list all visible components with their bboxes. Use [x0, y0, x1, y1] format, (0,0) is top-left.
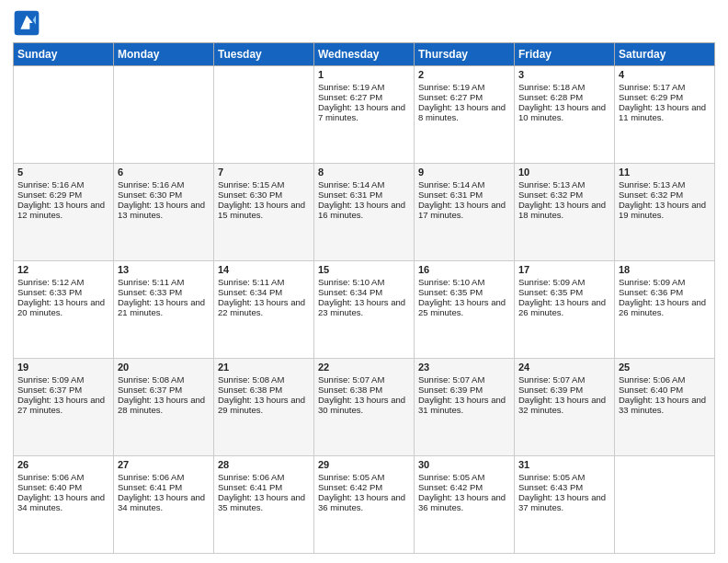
day-number: 19	[17, 362, 109, 373]
calendar-body: 1Sunrise: 5:19 AMSunset: 6:27 PMDaylight…	[14, 66, 715, 554]
logo	[13, 9, 44, 37]
day-info-line: Sunrise: 5:13 AM	[518, 179, 610, 190]
day-info-line: Sunrise: 5:06 AM	[118, 472, 210, 482]
day-info-line: Daylight: 13 hours and 29 minutes.	[218, 395, 310, 415]
day-number: 13	[118, 264, 210, 275]
day-info-line: Daylight: 13 hours and 26 minutes.	[619, 297, 711, 317]
day-number: 22	[318, 362, 410, 373]
day-cell: 10Sunrise: 5:13 AMSunset: 6:32 PMDayligh…	[515, 164, 615, 261]
day-info-line: Daylight: 13 hours and 8 minutes.	[418, 102, 510, 122]
logo-icon	[13, 9, 40, 37]
day-cell: 1Sunrise: 5:19 AMSunset: 6:27 PMDaylight…	[314, 66, 415, 164]
day-info-line: Sunrise: 5:06 AM	[17, 472, 109, 482]
day-number: 24	[518, 362, 610, 373]
day-info-line: Daylight: 13 hours and 21 minutes.	[118, 297, 210, 317]
day-info-line: Sunset: 6:29 PM	[619, 92, 711, 102]
day-info-line: Sunset: 6:31 PM	[418, 190, 510, 200]
day-cell	[14, 66, 114, 164]
day-info-line: Daylight: 13 hours and 13 minutes.	[118, 200, 210, 220]
day-number: 25	[619, 362, 711, 373]
day-cell: 6Sunrise: 5:16 AMSunset: 6:30 PMDaylight…	[114, 164, 214, 261]
day-info-line: Sunrise: 5:14 AM	[418, 179, 510, 190]
day-cell: 31Sunrise: 5:05 AMSunset: 6:43 PMDayligh…	[515, 456, 615, 554]
day-info-line: Sunrise: 5:06 AM	[218, 472, 310, 482]
day-info-line: Sunrise: 5:06 AM	[619, 374, 711, 385]
day-number: 17	[518, 264, 610, 275]
day-number: 28	[218, 459, 310, 470]
day-info-line: Sunrise: 5:10 AM	[318, 277, 410, 287]
day-info-line: Daylight: 13 hours and 31 minutes.	[418, 395, 510, 415]
calendar-table: SundayMondayTuesdayWednesdayThursdayFrid…	[13, 42, 715, 554]
header-row: SundayMondayTuesdayWednesdayThursdayFrid…	[14, 43, 715, 66]
day-info-line: Sunrise: 5:17 AM	[619, 82, 711, 92]
header-day: Saturday	[615, 43, 715, 66]
day-info-line: Sunrise: 5:11 AM	[118, 277, 210, 287]
day-info-line: Daylight: 13 hours and 28 minutes.	[118, 395, 210, 415]
week-row: 19Sunrise: 5:09 AMSunset: 6:37 PMDayligh…	[14, 359, 715, 456]
day-info-line: Daylight: 13 hours and 22 minutes.	[218, 297, 310, 317]
day-number: 21	[218, 362, 310, 373]
day-cell: 22Sunrise: 5:07 AMSunset: 6:38 PMDayligh…	[314, 359, 415, 456]
day-cell: 11Sunrise: 5:13 AMSunset: 6:32 PMDayligh…	[615, 164, 715, 261]
day-info-line: Daylight: 13 hours and 15 minutes.	[218, 200, 310, 220]
day-cell: 16Sunrise: 5:10 AMSunset: 6:35 PMDayligh…	[415, 261, 515, 359]
day-info-line: Sunset: 6:39 PM	[418, 385, 510, 395]
day-number: 2	[418, 69, 510, 80]
day-cell: 23Sunrise: 5:07 AMSunset: 6:39 PMDayligh…	[415, 359, 515, 456]
day-info-line: Daylight: 13 hours and 33 minutes.	[619, 395, 711, 415]
day-cell: 30Sunrise: 5:05 AMSunset: 6:42 PMDayligh…	[415, 456, 515, 554]
day-info-line: Daylight: 13 hours and 36 minutes.	[418, 492, 510, 512]
day-info-line: Daylight: 13 hours and 17 minutes.	[418, 200, 510, 220]
day-info-line: Sunrise: 5:09 AM	[518, 277, 610, 287]
day-info-line: Sunset: 6:38 PM	[218, 385, 310, 395]
day-info-line: Daylight: 13 hours and 25 minutes.	[418, 297, 510, 317]
day-info-line: Daylight: 13 hours and 16 minutes.	[318, 200, 410, 220]
day-cell: 21Sunrise: 5:08 AMSunset: 6:38 PMDayligh…	[214, 359, 314, 456]
day-number: 14	[218, 264, 310, 275]
day-info-line: Sunrise: 5:12 AM	[17, 277, 109, 287]
day-cell: 3Sunrise: 5:18 AMSunset: 6:28 PMDaylight…	[515, 66, 615, 164]
day-info-line: Sunrise: 5:07 AM	[318, 374, 410, 385]
day-info-line: Sunrise: 5:05 AM	[518, 472, 610, 482]
day-info-line: Sunset: 6:32 PM	[518, 190, 610, 200]
day-number: 6	[118, 167, 210, 178]
day-info-line: Sunrise: 5:10 AM	[418, 277, 510, 287]
day-number: 5	[17, 167, 109, 178]
day-info-line: Daylight: 13 hours and 10 minutes.	[518, 102, 610, 122]
week-row: 1Sunrise: 5:19 AMSunset: 6:27 PMDaylight…	[14, 66, 715, 164]
day-info-line: Sunset: 6:37 PM	[17, 385, 109, 395]
day-info-line: Sunrise: 5:08 AM	[218, 374, 310, 385]
day-info-line: Daylight: 13 hours and 7 minutes.	[318, 102, 410, 122]
week-row: 26Sunrise: 5:06 AMSunset: 6:40 PMDayligh…	[14, 456, 715, 554]
day-info-line: Daylight: 13 hours and 34 minutes.	[17, 492, 109, 512]
day-number: 20	[118, 362, 210, 373]
day-cell: 9Sunrise: 5:14 AMSunset: 6:31 PMDaylight…	[415, 164, 515, 261]
week-row: 5Sunrise: 5:16 AMSunset: 6:29 PMDaylight…	[14, 164, 715, 261]
day-info-line: Daylight: 13 hours and 23 minutes.	[318, 297, 410, 317]
day-number: 4	[619, 69, 711, 80]
day-cell: 17Sunrise: 5:09 AMSunset: 6:35 PMDayligh…	[515, 261, 615, 359]
day-info-line: Daylight: 13 hours and 36 minutes.	[318, 492, 410, 512]
day-info-line: Sunset: 6:38 PM	[318, 385, 410, 395]
day-info-line: Sunset: 6:42 PM	[318, 482, 410, 492]
day-info-line: Sunset: 6:40 PM	[17, 482, 109, 492]
day-cell: 5Sunrise: 5:16 AMSunset: 6:29 PMDaylight…	[14, 164, 114, 261]
day-info-line: Daylight: 13 hours and 35 minutes.	[218, 492, 310, 512]
day-cell: 12Sunrise: 5:12 AMSunset: 6:33 PMDayligh…	[14, 261, 114, 359]
week-row: 12Sunrise: 5:12 AMSunset: 6:33 PMDayligh…	[14, 261, 715, 359]
day-info-line: Daylight: 13 hours and 20 minutes.	[17, 297, 109, 317]
day-info-line: Sunset: 6:27 PM	[418, 92, 510, 102]
day-cell: 8Sunrise: 5:14 AMSunset: 6:31 PMDaylight…	[314, 164, 415, 261]
header-day: Wednesday	[314, 43, 415, 66]
day-info-line: Sunrise: 5:16 AM	[17, 179, 109, 190]
day-info-line: Sunrise: 5:14 AM	[318, 179, 410, 190]
day-number: 10	[518, 167, 610, 178]
day-info-line: Daylight: 13 hours and 27 minutes.	[17, 395, 109, 415]
day-number: 11	[619, 167, 711, 178]
day-number: 8	[318, 167, 410, 178]
day-info-line: Sunset: 6:33 PM	[17, 287, 109, 297]
day-cell	[615, 456, 715, 554]
day-cell: 29Sunrise: 5:05 AMSunset: 6:42 PMDayligh…	[314, 456, 415, 554]
day-cell: 7Sunrise: 5:15 AMSunset: 6:30 PMDaylight…	[214, 164, 314, 261]
day-info-line: Sunset: 6:32 PM	[619, 190, 711, 200]
